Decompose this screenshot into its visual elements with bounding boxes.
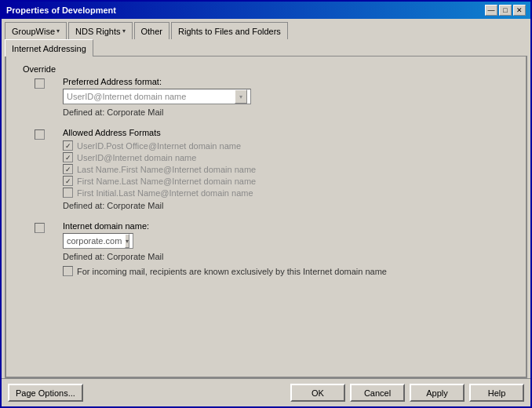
tab-rights-label: Rights to Files and Folders: [178, 27, 281, 36]
bottom-right: OK Cancel Apply Help: [290, 384, 524, 402]
preferred-address-row: Preferred Address format: UserID@Interne…: [16, 77, 516, 122]
allowed-format-4-label: First Name.Last Name@Internet domain nam…: [77, 177, 256, 186]
override-preferred-checkbox[interactable]: [35, 78, 45, 89]
domain-label: Internet domain name:: [63, 221, 516, 231]
bottom-left: Page Options...: [8, 384, 83, 402]
title-bar-buttons: — □ ✕: [485, 5, 526, 16]
preferred-defined-at: Defined at: Corporate Mail: [63, 107, 516, 117]
allowed-format-4-checkbox[interactable]: [63, 176, 73, 186]
allowed-format-5-checkbox[interactable]: [63, 188, 73, 198]
cancel-button[interactable]: Cancel: [350, 384, 405, 402]
tab-groupwise-arrow: ▾: [56, 27, 60, 35]
page-options-button[interactable]: Page Options...: [8, 384, 83, 402]
allowed-defined-at: Defined at: Corporate Mail: [63, 201, 516, 210]
allowed-format-5: First Initial.Last Name@Internet domain …: [63, 188, 516, 198]
allowed-format-4: First Name.Last Name@Internet domain nam…: [63, 176, 516, 186]
allowed-format-2: UserID@Internet domain name: [63, 152, 516, 162]
tab-other-label: Other: [141, 27, 163, 36]
domain-name-row: Internet domain name: corporate.com ▾ De…: [16, 221, 516, 278]
allowed-format-3-checkbox[interactable]: [63, 164, 73, 174]
allowed-format-2-checkbox[interactable]: [63, 152, 73, 162]
tab-rights[interactable]: Rights to Files and Folders: [171, 22, 288, 39]
tab-row-1: GroupWise ▾ NDS Rights ▾ Other Rights to…: [2, 19, 530, 39]
allowed-format-1-checkbox[interactable]: [63, 140, 73, 151]
override-allowed-checkbox[interactable]: [35, 129, 45, 140]
minimize-button[interactable]: —: [485, 5, 497, 16]
domain-defined-at: Defined at: Corporate Mail: [63, 252, 516, 261]
maximize-button[interactable]: □: [499, 5, 512, 16]
domain-select[interactable]: corporate.com ▾: [63, 233, 133, 249]
domain-value: corporate.com: [67, 236, 122, 246]
bottom-bar: Page Options... OK Cancel Apply Help: [2, 378, 530, 406]
allowed-format-2-label: UserID@Internet domain name: [77, 153, 196, 162]
tab-groupwise[interactable]: GroupWise ▾: [5, 22, 67, 39]
apply-button[interactable]: Apply: [410, 384, 465, 402]
content-area: Override Preferred Address format: UserI…: [5, 56, 527, 378]
main-window: Properties of Development — □ ✕ GroupWis…: [0, 0, 532, 408]
tab-nds-label: NDS Rights: [75, 27, 120, 36]
window-title: Properties of Development: [6, 5, 116, 15]
incoming-mail-row: For incoming mail, recipients are known …: [63, 266, 516, 276]
tab-row-2: Internet Addressing: [2, 39, 530, 56]
allowed-formats-label: Allowed Address Formats: [63, 128, 516, 137]
domain-arrow[interactable]: ▾: [125, 234, 129, 248]
allowed-format-1-label: UserID.Post Office@Internet domain name: [77, 141, 241, 151]
domain-select-wrapper: corporate.com ▾: [63, 233, 516, 249]
tab-internet-label: Internet Addressing: [12, 44, 86, 53]
tab-nds-arrow: ▾: [122, 27, 126, 35]
preferred-address-select[interactable]: UserID@Internet domain name ▾: [63, 89, 251, 104]
title-bar: Properties of Development — □ ✕: [2, 2, 530, 19]
tab-nds[interactable]: NDS Rights ▾: [68, 22, 132, 39]
help-button[interactable]: Help: [469, 384, 524, 402]
tab-other[interactable]: Other: [134, 22, 170, 39]
preferred-address-arrow[interactable]: ▾: [235, 89, 247, 104]
preferred-address-value: UserID@Internet domain name: [67, 92, 186, 101]
tab-internet-addressing[interactable]: Internet Addressing: [5, 39, 93, 56]
ok-button[interactable]: OK: [290, 384, 345, 402]
incoming-mail-label: For incoming mail, recipients are known …: [77, 267, 387, 276]
allowed-format-1: UserID.Post Office@Internet domain name: [63, 140, 516, 151]
allowed-format-3-label: Last Name.First Name@Internet domain nam…: [77, 165, 256, 174]
preferred-address-select-wrapper: UserID@Internet domain name ▾: [63, 89, 516, 104]
incoming-mail-checkbox[interactable]: [63, 266, 73, 276]
preferred-address-label: Preferred Address format:: [63, 77, 516, 86]
allowed-formats-row: Allowed Address Formats UserID.Post Offi…: [16, 128, 516, 215]
close-button[interactable]: ✕: [513, 5, 526, 16]
override-header: Override: [23, 64, 56, 74]
allowed-format-5-label: First Initial.Last Name@Internet domain …: [77, 188, 253, 198]
allowed-format-3: Last Name.First Name@Internet domain nam…: [63, 164, 516, 174]
override-domain-checkbox[interactable]: [35, 223, 45, 233]
tab-groupwise-label: GroupWise: [12, 27, 55, 36]
